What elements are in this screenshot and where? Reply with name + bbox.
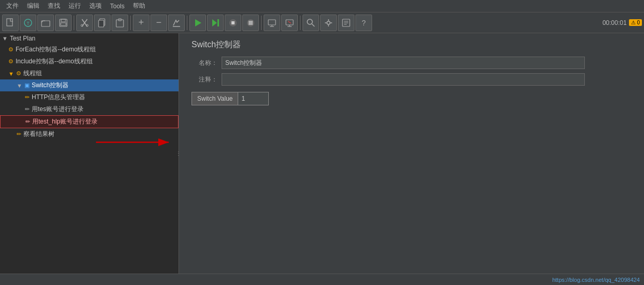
stop2-button[interactable] — [242, 15, 259, 31]
comment-input[interactable] — [222, 73, 585, 86]
tree-item-login-tes[interactable]: ✏ 用tes账号进行登录 — [0, 103, 179, 115]
remote2-button[interactable] — [281, 15, 298, 31]
svg-point-30 — [307, 19, 312, 24]
tree-item-login-hlp[interactable]: ✏ 用test_hlp账号进行登录 — [0, 115, 179, 128]
timer-value: 00:00:01 — [602, 19, 627, 26]
log-icon — [341, 18, 351, 28]
configure-icon — [324, 18, 333, 28]
switch-value-section: Switch Value — [191, 92, 636, 105]
tree-item-http-header[interactable]: ✏ HTTP信息头管理器 — [0, 91, 179, 103]
expand-icon: ▼ — [2, 35, 8, 42]
play-icon — [193, 18, 202, 28]
tree-item-label: Switch控制器 — [32, 81, 68, 90]
menu-help[interactable]: 帮助 — [129, 1, 149, 11]
save-icon — [59, 18, 68, 28]
new-button[interactable] — [2, 15, 19, 31]
save-button[interactable] — [55, 15, 72, 31]
svg-rect-20 — [231, 21, 235, 24]
tree-item-include[interactable]: ⚙ Include控制器--demo线程组 — [0, 56, 179, 67]
remote1-icon — [267, 18, 277, 28]
switch-value-input[interactable] — [238, 92, 269, 105]
tree-item-result-tree[interactable]: ✏ 察看结果树 — [0, 128, 179, 140]
help-button[interactable]: ? — [355, 15, 372, 31]
http-header-icon: ✏ — [25, 94, 30, 101]
search-button[interactable] — [303, 15, 319, 31]
template-button[interactable]: T — [20, 15, 36, 31]
menu-run[interactable]: 运行 — [64, 1, 85, 11]
warning-badge: ⚠ 0 — [629, 19, 642, 26]
add-button[interactable]: + — [133, 15, 149, 31]
plus-icon: + — [139, 17, 144, 28]
menu-edit[interactable]: 编辑 — [23, 1, 44, 11]
menu-options[interactable]: 选项 — [85, 1, 106, 11]
login-hlp-icon: ✏ — [25, 118, 30, 125]
stop2-icon — [246, 18, 255, 28]
step-button[interactable] — [207, 15, 224, 31]
log-button[interactable] — [338, 15, 354, 31]
comment-row: 注释： — [191, 73, 636, 86]
open-button[interactable] — [37, 15, 54, 31]
svg-marker-17 — [212, 19, 217, 26]
content-panel: Switch控制器 名称： 注释： Switch Value — [183, 33, 644, 274]
toolbar: T + − — [0, 12, 644, 33]
stop-button[interactable] — [225, 15, 241, 31]
configure-button[interactable] — [320, 15, 337, 31]
play-button[interactable] — [189, 15, 206, 31]
panel-title: Switch控制器 — [191, 39, 636, 50]
new-icon — [6, 18, 15, 28]
clear-button[interactable] — [168, 15, 185, 31]
tree-item-switch-controller[interactable]: ▼ ▣ Switch控制器 — [0, 79, 179, 91]
clear-icon — [172, 18, 181, 28]
minus-icon: − — [156, 17, 162, 28]
svg-rect-18 — [217, 19, 219, 26]
menu-tools[interactable]: Tools — [106, 2, 129, 11]
svg-rect-5 — [61, 19, 65, 22]
statusbar: https://blog.csdn.net/qq_42098424 — [0, 274, 644, 285]
tree-item-label: HTTP信息头管理器 — [32, 93, 85, 102]
threadgroup-expand-icon: ▼ — [8, 71, 14, 77]
svg-point-32 — [327, 21, 330, 24]
foreach-icon: ⚙ — [8, 46, 13, 53]
timer-display: 00:00:01 ⚠ 0 — [602, 19, 642, 26]
tree-item-label: 用tes账号进行登录 — [32, 105, 84, 114]
separator-3 — [187, 16, 187, 30]
comment-label: 注释： — [191, 75, 217, 84]
separator-5 — [300, 16, 300, 30]
name-row: 名称： — [191, 57, 636, 69]
menu-find[interactable]: 查找 — [44, 1, 64, 11]
switch-value-label: Switch Value — [191, 92, 238, 105]
svg-rect-3 — [42, 21, 50, 26]
cut-button[interactable] — [76, 15, 93, 31]
svg-rect-12 — [99, 20, 104, 27]
copy-button[interactable] — [94, 15, 111, 31]
threadgroup-icon: ⚙ — [16, 70, 21, 77]
paste-button[interactable] — [112, 15, 128, 31]
include-icon: ⚙ — [8, 58, 13, 65]
svg-text:T: T — [26, 21, 30, 26]
menu-file[interactable]: 文件 — [2, 1, 23, 11]
open-icon — [41, 18, 50, 28]
step-icon — [211, 18, 220, 28]
tree-item-foreach[interactable]: ⚙ ForEach控制器--demo线程组 — [0, 44, 179, 56]
tree-item-test-plan[interactable]: ▼ Test Plan — [0, 33, 179, 44]
tree-item-label: 用test_hlp账号进行登录 — [32, 117, 98, 126]
copy-icon — [98, 18, 107, 28]
switch-expand-icon: ▼ — [17, 83, 22, 89]
search-icon — [306, 18, 316, 28]
tree-item-label: 线程组 — [23, 69, 42, 78]
remove-button[interactable]: − — [150, 15, 167, 31]
tree-item-label: Test Plan — [10, 35, 35, 42]
main-layout: ▼ Test Plan ⚙ ForEach控制器--demo线程组 ⚙ Incl… — [0, 33, 644, 274]
svg-rect-22 — [249, 21, 253, 25]
cut-icon — [80, 18, 89, 28]
name-input[interactable] — [222, 57, 585, 69]
separator-4 — [261, 16, 262, 30]
svg-rect-6 — [61, 23, 66, 25]
statusbar-url[interactable]: https://blog.csdn.net/qq_42098424 — [552, 277, 640, 283]
remote1-button[interactable] — [264, 15, 280, 31]
svg-rect-23 — [268, 20, 276, 25]
drag-handle[interactable]: ⋮⋮ — [179, 33, 183, 274]
separator-1 — [74, 16, 74, 30]
tree-item-label: ForEach控制器--demo线程组 — [16, 45, 96, 54]
tree-item-threadgroup[interactable]: ▼ ⚙ 线程组 — [0, 67, 179, 79]
